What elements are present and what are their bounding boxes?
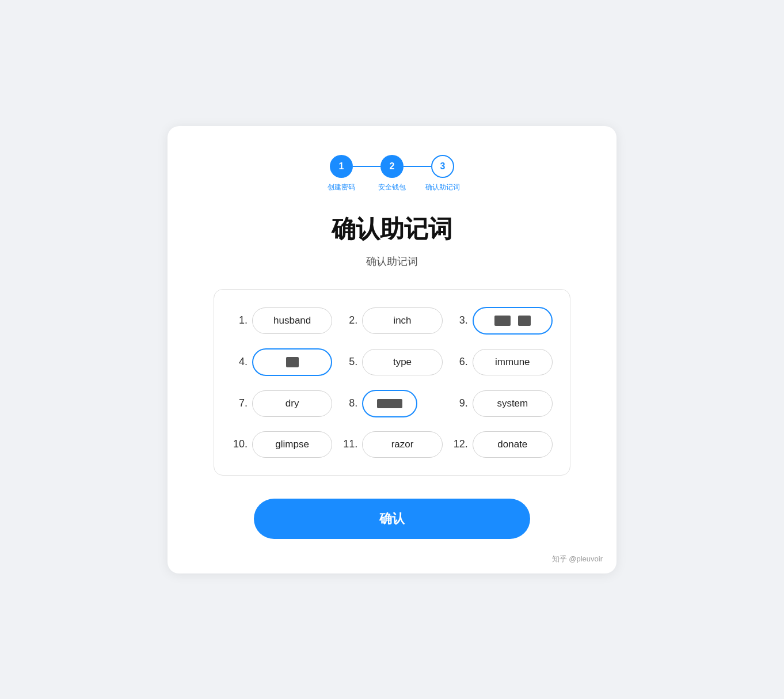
word-number-4: 4. — [231, 356, 248, 368]
redacted-block-8 — [377, 399, 402, 408]
step-line-1 — [353, 166, 380, 167]
word-item-5: 5. type — [341, 348, 442, 376]
step-line-2 — [404, 166, 431, 167]
word-number-1: 1. — [231, 314, 248, 326]
step-2-label: 安全钱包 — [367, 183, 417, 192]
watermark: 知乎 @pleuvoir — [552, 554, 603, 564]
word-number-6: 6. — [452, 356, 468, 368]
step-2-circle: 2 — [380, 155, 404, 178]
word-number-9: 9. — [452, 397, 468, 409]
word-box-9[interactable]: system — [473, 390, 553, 417]
word-item-9: 9. system — [452, 390, 553, 417]
word-item-1: 1. husband — [231, 307, 332, 335]
word-box-5[interactable]: type — [362, 349, 442, 375]
word-box-6[interactable]: immune — [473, 349, 553, 375]
step-3-circle: 3 — [431, 155, 454, 178]
word-number-7: 7. — [231, 397, 248, 409]
word-grid: 1. husband 2. inch 3. — [231, 307, 553, 458]
redacted-block-3a — [494, 316, 511, 326]
main-card: 1 2 3 创建密码 安全钱包 确认助记词 确认助记词 确认助记词 1. — [168, 126, 616, 573]
page-subtitle: 确认助记词 — [214, 254, 570, 268]
word-item-10: 10. glimpse — [231, 431, 332, 458]
word-box-4[interactable] — [252, 348, 332, 376]
word-number-10: 10. — [231, 438, 248, 450]
word-item-3: 3. — [452, 307, 553, 335]
step-1-circle: 1 — [330, 155, 353, 178]
word-item-8: 8. — [341, 390, 442, 417]
word-box-7[interactable]: dry — [252, 390, 332, 417]
word-box-10[interactable]: glimpse — [252, 431, 332, 458]
word-box-8[interactable] — [362, 390, 417, 417]
word-number-8: 8. — [341, 397, 357, 409]
word-item-7: 7. dry — [231, 390, 332, 417]
stepper: 1 2 3 创建密码 安全钱包 确认助记词 — [214, 155, 570, 192]
redacted-block-3b — [518, 316, 531, 326]
redacted-block-4 — [286, 357, 299, 367]
page-title: 确认助记词 — [214, 213, 570, 245]
word-item-2: 2. inch — [341, 307, 442, 335]
word-number-2: 2. — [341, 314, 357, 326]
word-item-11: 11. razor — [341, 431, 442, 458]
word-number-3: 3. — [452, 314, 468, 326]
word-item-4: 4. — [231, 348, 332, 376]
step-3-label: 确认助记词 — [417, 183, 468, 192]
word-number-12: 12. — [452, 438, 468, 450]
word-box-12[interactable]: donate — [473, 431, 553, 458]
stepper-labels: 创建密码 安全钱包 确认助记词 — [316, 183, 468, 192]
word-number-5: 5. — [341, 356, 357, 368]
confirm-button[interactable]: 确认 — [254, 499, 530, 539]
word-item-12: 12. donate — [452, 431, 553, 458]
step-1-label: 创建密码 — [316, 183, 367, 192]
word-box-1[interactable]: husband — [252, 307, 332, 334]
word-grid-container: 1. husband 2. inch 3. — [214, 289, 570, 476]
word-box-11[interactable]: razor — [362, 431, 442, 458]
word-box-3[interactable] — [473, 307, 553, 335]
stepper-circles: 1 2 3 — [330, 155, 454, 178]
word-number-11: 11. — [341, 438, 357, 450]
word-item-6: 6. immune — [452, 348, 553, 376]
word-box-2[interactable]: inch — [362, 307, 442, 334]
